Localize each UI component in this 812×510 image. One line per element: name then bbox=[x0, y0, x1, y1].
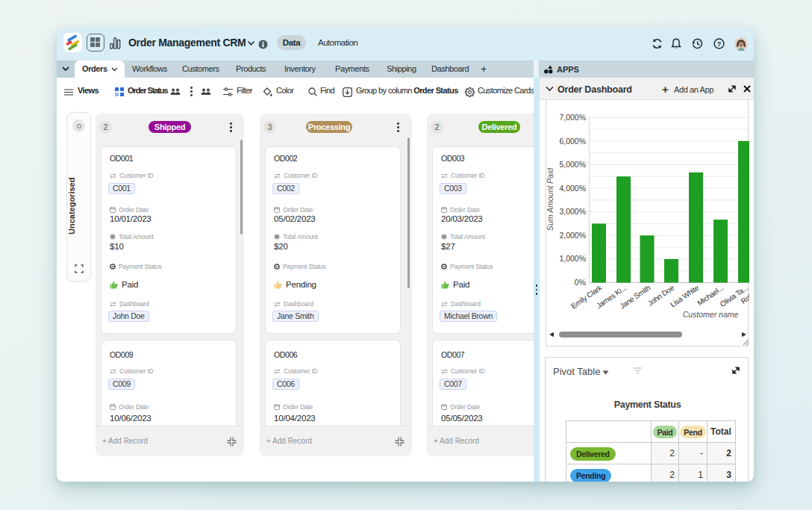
svg-text:1,000%: 1,000% bbox=[559, 254, 586, 263]
svg-text:Lisa White: Lisa White bbox=[669, 283, 701, 308]
svg-text:Customer name: Customer name bbox=[683, 310, 739, 319]
svg-text:4,000%: 4,000% bbox=[559, 184, 586, 193]
svg-text:Sum Amount Paid: Sum Amount Paid bbox=[546, 167, 555, 231]
svg-text:5,000%: 5,000% bbox=[559, 160, 586, 169]
svg-text:6,000%: 6,000% bbox=[559, 137, 586, 146]
svg-text:3,000%: 3,000% bbox=[559, 207, 586, 216]
svg-text:7,000%: 7,000% bbox=[559, 113, 586, 122]
svg-text:0%: 0% bbox=[575, 278, 586, 287]
svg-text:2,000%: 2,000% bbox=[559, 231, 586, 240]
svg-text:?: ? bbox=[716, 40, 721, 48]
